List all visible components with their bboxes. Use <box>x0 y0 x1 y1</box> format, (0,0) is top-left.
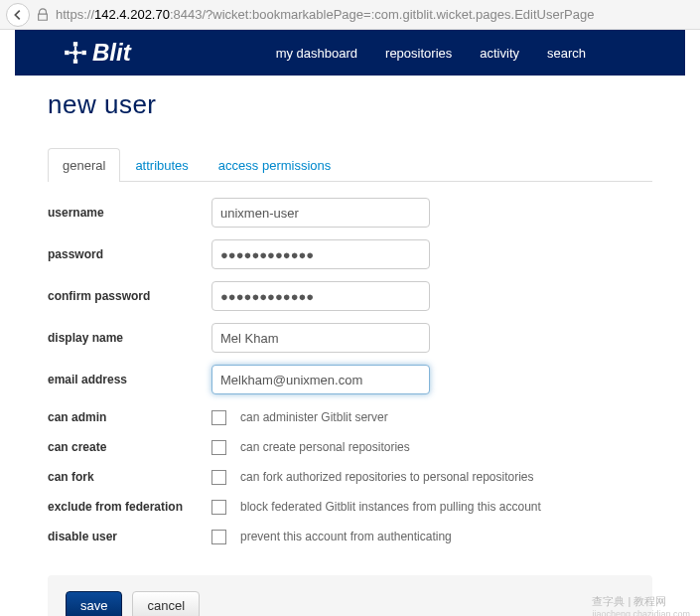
tab-general[interactable]: general <box>48 148 120 182</box>
can-admin-label: can admin <box>48 410 211 424</box>
can-admin-desc: can administer Gitblit server <box>240 410 388 424</box>
email-input[interactable] <box>211 365 430 394</box>
cancel-button[interactable]: cancel <box>132 591 200 616</box>
svg-rect-1 <box>73 42 77 46</box>
nav-search[interactable]: search <box>547 46 586 61</box>
email-label: email address <box>48 373 211 386</box>
svg-rect-8 <box>74 55 76 59</box>
exclude-federation-label: exclude from federation <box>48 500 211 514</box>
nav-activity[interactable]: activity <box>480 46 519 61</box>
brand-text: Blit <box>92 39 131 67</box>
browser-address-bar: https://142.4.202.70:8443/?wicket:bookma… <box>0 0 700 30</box>
display-name-label: display name <box>48 331 211 345</box>
username-label: username <box>48 206 211 220</box>
form-actions: save cancel <box>48 575 652 616</box>
user-form: username password confirm password displ… <box>48 182 652 616</box>
nav-repositories[interactable]: repositories <box>385 46 452 61</box>
svg-rect-6 <box>77 52 81 54</box>
url-prefix: https:// <box>56 7 94 22</box>
can-fork-checkbox[interactable] <box>211 470 226 485</box>
url-rest: :8443/?wicket:bookmarkablePage=:com.gitb… <box>170 7 594 22</box>
svg-rect-4 <box>82 51 86 55</box>
disable-user-checkbox[interactable] <box>211 530 226 544</box>
svg-rect-2 <box>73 51 77 55</box>
confirm-password-input[interactable] <box>211 281 430 311</box>
exclude-federation-checkbox[interactable] <box>211 500 226 515</box>
svg-rect-0 <box>65 51 69 55</box>
nav-dashboard[interactable]: my dashboard <box>276 46 357 61</box>
password-label: password <box>48 247 211 261</box>
tab-attributes[interactable]: attributes <box>120 148 203 182</box>
url-display[interactable]: https://142.4.202.70:8443/?wicket:bookma… <box>56 7 694 22</box>
brand-logo[interactable]: Blit <box>63 39 131 67</box>
svg-rect-3 <box>73 60 77 64</box>
display-name-input[interactable] <box>211 323 430 353</box>
can-create-checkbox[interactable] <box>211 440 226 455</box>
top-navbar: Blit my dashboard repositories activity … <box>15 30 685 76</box>
back-button[interactable] <box>6 3 30 27</box>
confirm-password-label: confirm password <box>48 289 211 303</box>
can-fork-label: can fork <box>48 470 211 484</box>
svg-rect-7 <box>74 47 76 51</box>
password-input[interactable] <box>211 239 430 269</box>
can-create-label: can create <box>48 440 211 454</box>
can-fork-desc: can fork authorized repositories to pers… <box>240 470 534 484</box>
page-title: new user <box>48 89 652 120</box>
username-input[interactable] <box>211 198 430 228</box>
url-host: 142.4.202.70 <box>94 7 170 22</box>
tabs-container: general attributes access permissions <box>48 148 652 182</box>
can-create-desc: can create personal repositories <box>240 440 410 454</box>
svg-rect-5 <box>70 52 73 54</box>
can-admin-checkbox[interactable] <box>211 410 226 425</box>
gitblit-logo-icon <box>63 40 88 66</box>
tab-access-permissions[interactable]: access permissions <box>204 148 346 182</box>
disable-user-label: disable user <box>48 530 211 543</box>
lock-icon <box>36 8 50 22</box>
save-button[interactable]: save <box>66 591 122 616</box>
back-arrow-icon <box>11 8 25 22</box>
disable-user-desc: prevent this account from authenticating <box>240 530 452 543</box>
exclude-federation-desc: block federated Gitblit instances from p… <box>240 500 541 514</box>
